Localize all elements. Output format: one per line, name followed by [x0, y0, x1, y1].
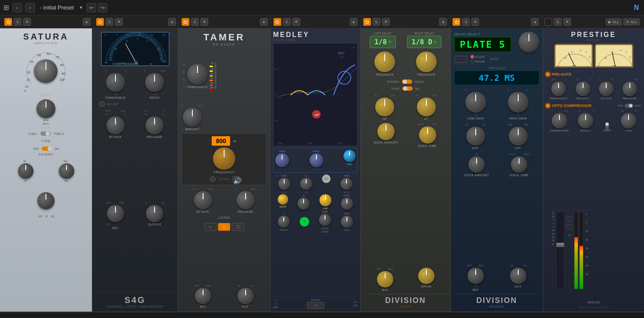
division-delay-power-button[interactable]: ⏻	[363, 18, 371, 26]
duck-time-knob[interactable]	[419, 126, 436, 144]
sky-gain-knob[interactable]	[275, 153, 289, 167]
division-delay-add-button[interactable]: +	[439, 18, 447, 26]
preset-dropdown[interactable]: ▼	[79, 5, 83, 10]
medley-add-button[interactable]: +	[350, 18, 358, 26]
s4g-threshold-knob[interactable]	[106, 73, 125, 92]
reverb-mix-knob[interactable]	[468, 268, 484, 284]
division-reverb-solo-button[interactable]: S	[462, 18, 470, 26]
reverb-hpf-knob[interactable]	[466, 127, 485, 146]
redo-button[interactable]: ↪	[98, 3, 107, 12]
left-delay-display[interactable]: 1/8 ▼	[370, 36, 396, 48]
opto-compression-knob[interactable]	[552, 113, 567, 128]
mode-toggle[interactable]	[454, 56, 467, 63]
division-reverb-power-button[interactable]: ⏻	[453, 18, 460, 26]
sky-freq-knob[interactable]	[310, 153, 323, 167]
medley-solo-button[interactable]: S	[283, 18, 291, 26]
sc-hpf-indicator[interactable]	[99, 101, 105, 107]
all-close-button[interactable]: ✕ ALL	[623, 18, 640, 25]
satura-solo-button[interactable]: S	[14, 18, 21, 26]
opto-gain-knob[interactable]	[621, 113, 636, 128]
tamer-amount-knob[interactable]	[183, 108, 202, 127]
hmf-freq-knob[interactable]	[340, 178, 352, 190]
tamer-mix-knob[interactable]	[195, 288, 211, 304]
prestige-solo-button[interactable]: S	[554, 18, 562, 26]
tamer-attack-knob[interactable]	[194, 191, 212, 209]
delay-lp-knob[interactable]	[417, 98, 436, 116]
atten-knob[interactable]	[319, 214, 331, 226]
reverb-duck-time-knob[interactable]	[511, 156, 527, 173]
division-reverb-close-button[interactable]: ✕	[471, 18, 479, 26]
lmf-freq-knob[interactable]	[341, 198, 353, 210]
mute-button[interactable]	[566, 216, 572, 222]
lmf-circle-knob[interactable]	[319, 194, 331, 206]
plate-radio[interactable]: PLATE	[471, 55, 485, 58]
pregate-reduction-knob[interactable]	[576, 82, 590, 96]
low-gain-knob[interactable]	[465, 92, 486, 113]
high-gain-knob[interactable]	[508, 92, 529, 113]
s4g-attack-knob[interactable]	[106, 116, 125, 135]
pregate-attack-knob[interactable]	[599, 82, 614, 96]
boost-knob[interactable]	[278, 216, 290, 228]
tamer-solo-button[interactable]: S	[191, 18, 199, 26]
tamer-release-knob[interactable]	[237, 191, 255, 209]
pregate-release-knob[interactable]	[623, 82, 637, 96]
right-delay-display[interactable]: 1/8 D ▼	[407, 36, 441, 48]
drive-knob[interactable]	[34, 59, 58, 83]
tamer-speaker-icon[interactable]: 🔊	[233, 176, 239, 182]
delay-hp-knob[interactable]	[375, 98, 394, 116]
delay-mix-knob[interactable]	[377, 271, 393, 287]
null-button[interactable]	[566, 224, 572, 230]
prestige-close-button[interactable]: ✕	[563, 18, 571, 26]
tamer-out-knob[interactable]	[237, 288, 254, 304]
atten-freq-knob[interactable]	[341, 216, 353, 228]
hp-knob[interactable]	[18, 163, 33, 179]
satura-power-button[interactable]: ⏻	[4, 18, 12, 26]
tamer-sc-hpf[interactable]	[210, 176, 216, 182]
delay-drive-knob[interactable]	[418, 268, 434, 284]
nav-forward-button[interactable]: ›	[25, 3, 35, 12]
lmf-q-knob[interactable]	[298, 198, 310, 210]
s4g-output-knob[interactable]	[146, 205, 163, 222]
reverb-lpf-knob[interactable]	[509, 127, 528, 146]
it-button[interactable]: IT	[300, 217, 309, 226]
satura-close-button[interactable]: ✕	[23, 18, 31, 26]
filters-toggle[interactable]	[42, 147, 52, 151]
opto-sc-hpf-toggle[interactable]	[605, 122, 609, 131]
s4g-ratio-knob[interactable]	[145, 73, 164, 92]
main-fader-handle[interactable]	[556, 243, 564, 247]
snap-knob[interactable]	[278, 194, 288, 205]
filter-display[interactable]: 0.5	[307, 302, 324, 309]
satura-add-button[interactable]: +	[83, 18, 91, 26]
even-knob[interactable]	[36, 99, 55, 118]
s4g-solo-button[interactable]: S	[106, 18, 113, 26]
opto-reduction-knob[interactable]	[578, 113, 593, 128]
s4g-add-button[interactable]: +	[168, 18, 176, 26]
tamer-power-button[interactable]: ⏻	[182, 18, 189, 26]
plate-display[interactable]: PLATE 5	[454, 37, 511, 52]
pre-delay-display[interactable]: 47.2 MS	[454, 70, 539, 85]
tamer-close-button[interactable]: ✕	[200, 18, 208, 26]
medley-close-button[interactable]: ✕	[292, 18, 300, 26]
left-feedback-knob[interactable]	[374, 52, 395, 72]
out-knob[interactable]	[37, 192, 55, 209]
prestige-power-button[interactable]	[544, 18, 552, 26]
division-delay-close-button[interactable]: ✕	[382, 18, 390, 26]
duck-amount-knob[interactable]	[377, 123, 395, 140]
s4g-release-knob[interactable]	[146, 116, 164, 135]
type-toggle[interactable]	[40, 131, 51, 136]
decay-select-knob[interactable]	[519, 32, 539, 52]
all-power-button[interactable]: ▶ ALL	[606, 18, 622, 25]
s4g-mix-knob[interactable]	[107, 205, 124, 222]
hmf-q-knob[interactable]	[300, 178, 312, 190]
medley-power-button[interactable]: ⏻	[273, 18, 281, 26]
pre-post-toggle[interactable]	[625, 104, 633, 108]
tamer-frequency-knob[interactable]	[213, 147, 235, 170]
reverb-out-knob[interactable]	[510, 268, 526, 284]
wave-btn-1[interactable]: ∿	[204, 223, 216, 231]
left-delay-dropdown[interactable]: ▼	[389, 40, 391, 44]
hmf-gain-knob[interactable]	[278, 178, 290, 190]
pregate-threshold-knob[interactable]	[551, 82, 566, 96]
stereo-mono-toggle[interactable]	[402, 80, 412, 84]
wave-btn-3[interactable]: ⬛	[232, 223, 244, 231]
us-button[interactable]: U.S.	[322, 174, 331, 183]
